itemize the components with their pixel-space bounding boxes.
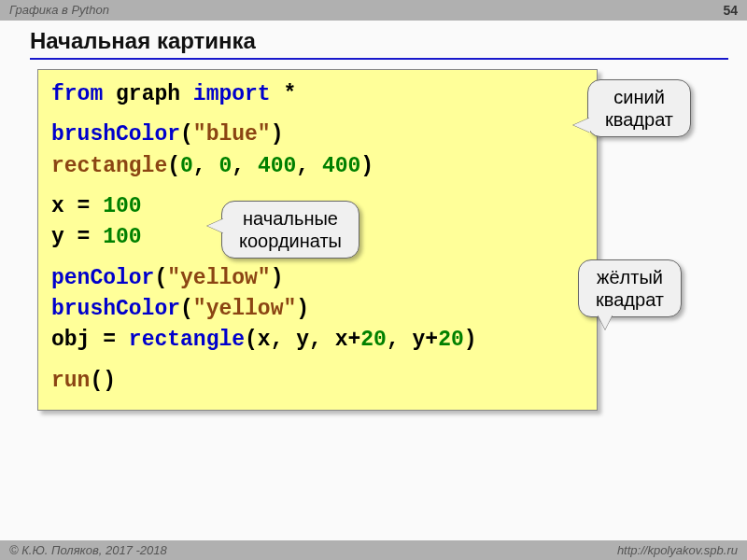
slide-footer: © К.Ю. Поляков, 2017 -2018 http://kpolya… (0, 540, 747, 560)
footer-copyright: © К.Ю. Поляков, 2017 -2018 (9, 543, 167, 557)
code-line: brushColor("blue") (51, 119, 584, 150)
code-line: brushColor("yellow") (51, 294, 584, 325)
callout-blue-square: синий квадрат (587, 79, 691, 137)
code-line: from graph import * (51, 79, 584, 110)
callout-initial-coords: начальные координаты (221, 201, 359, 259)
footer-url: http://kpolyakov.spb.ru (617, 543, 738, 557)
code-line: obj = rectangle(x, y, x+20, y+20) (51, 325, 584, 356)
callout-yellow-square: жёлтый квадрат (578, 259, 682, 317)
header-topic: Графика в Python (9, 3, 109, 18)
code-line: penColor("yellow") (51, 263, 584, 294)
slide-header: Графика в Python 54 (0, 0, 747, 21)
page-number: 54 (723, 3, 738, 18)
slide-title: Начальная картинка (30, 28, 256, 53)
title-bar: Начальная картинка (30, 28, 728, 60)
code-line: rectangle(0, 0, 400, 400) (51, 151, 584, 182)
code-line: run() (51, 366, 584, 397)
